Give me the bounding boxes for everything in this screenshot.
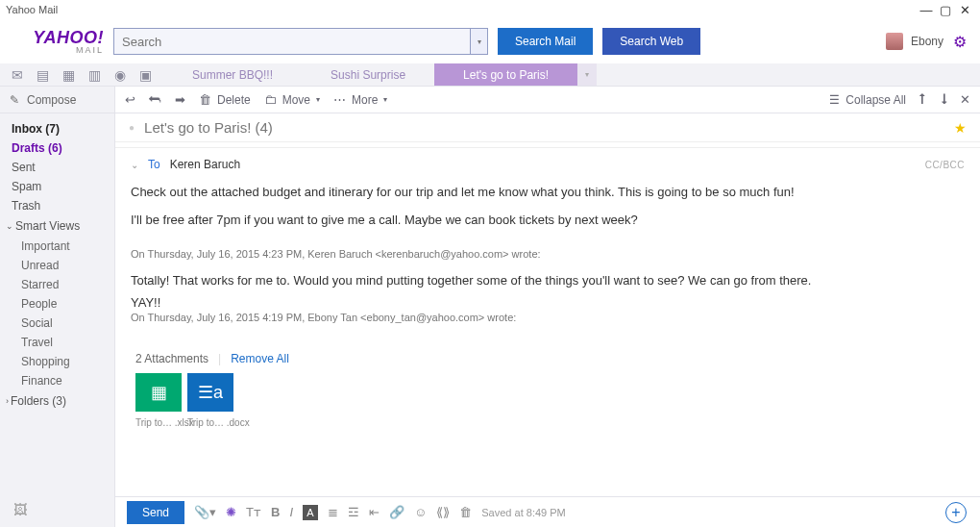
maximize-button[interactable]: ▢ xyxy=(936,3,955,17)
image-icon[interactable]: 🖼 xyxy=(13,502,27,517)
avatar xyxy=(886,33,903,50)
smartview-travel[interactable]: Travel xyxy=(0,333,114,352)
sidebar-item-spam[interactable]: Spam xyxy=(0,177,114,196)
smartview-starred[interactable]: Starred xyxy=(0,275,114,294)
user-name: Ebony xyxy=(911,35,943,48)
action-toolbar: ↩ ⮪ ➡ 🗑 Delete 🗀 Move ▾ ⋯ More ▾ ☰ Colla… xyxy=(115,87,980,113)
collapse-all-button[interactable]: ☰ Collapse All xyxy=(829,93,906,107)
delete-button[interactable]: 🗑 Delete xyxy=(199,92,251,107)
collapse-icon: ☰ xyxy=(829,93,840,107)
down-arrow-icon[interactable]: 🠗 xyxy=(938,92,950,107)
recipient-name[interactable]: Keren Baruch xyxy=(170,158,240,171)
indent-icon[interactable]: ⇤ xyxy=(369,505,380,519)
remove-all-attachments[interactable]: Remove All xyxy=(231,352,289,365)
close-button[interactable]: ✕ xyxy=(955,3,974,17)
toolbar-icons: ✉ ▤ ▦ ▥ ◉ ▣ xyxy=(0,63,163,86)
compose-toolbar: Send 📎▾ ✺ Tᴛ B I A ≣ ☲ ⇤ 🔗 ☺ ⟪⟫ 🗑 Saved … xyxy=(115,496,980,527)
thread-subject: Let's go to Paris! (4) xyxy=(144,119,273,136)
chevron-right-icon: › xyxy=(6,396,9,406)
add-button[interactable]: + xyxy=(945,502,967,523)
sidebar-item-trash[interactable]: Trash xyxy=(0,196,114,215)
smartview-important[interactable]: Important xyxy=(0,237,114,256)
sidebar-item-inbox[interactable]: Inbox (7) xyxy=(0,119,114,138)
sidebar-item-sent[interactable]: Sent xyxy=(0,158,114,177)
reply-all-icon[interactable]: ⮪ xyxy=(149,92,161,107)
smartview-unread[interactable]: Unread xyxy=(0,256,114,275)
body-line-2[interactable]: I'll be free after 7pm if you want to gi… xyxy=(131,211,965,231)
subject-bar: ● Let's go to Paris! (4) ★ xyxy=(115,113,980,142)
chevron-down-icon: ⌄ xyxy=(6,221,13,231)
smart-views-toggle[interactable]: ⌄ Smart Views xyxy=(0,215,114,237)
message-body: ⌄ To Keren Baruch CC/BCC Check out the a… xyxy=(115,148,980,496)
search-web-button[interactable]: Search Web xyxy=(602,28,700,55)
saved-status: Saved at 8:49 PM xyxy=(481,507,565,518)
quote-2-meta: On Thursday, July 16, 2015 4:19 PM, Ebon… xyxy=(131,312,965,323)
user-menu[interactable]: Ebony xyxy=(886,33,943,50)
smartview-shopping[interactable]: Shopping xyxy=(0,352,114,371)
compose-icon: ✎ xyxy=(10,93,19,107)
up-arrow-icon[interactable]: 🠕 xyxy=(916,92,928,107)
italic-icon[interactable]: I xyxy=(289,505,293,519)
feed-icon[interactable]: ◉ xyxy=(114,67,126,83)
folders-toggle[interactable]: › Folders (3) xyxy=(0,390,114,412)
attachments-section: 2 Attachments | Remove All ▦ Trip to… .x… xyxy=(131,352,965,428)
attachments-count: 2 Attachments xyxy=(135,352,208,365)
collapse-recipient-icon[interactable]: ⌄ xyxy=(131,160,138,170)
attachment-docx[interactable]: ☰a Trip to… .docx xyxy=(187,373,233,428)
header: YAHOO! MAIL ▾ Search Mail Search Web Ebo… xyxy=(0,19,980,63)
more-icon: ⋯ xyxy=(333,92,346,107)
body-line-1[interactable]: Check out the attached budget and itiner… xyxy=(131,183,965,203)
bold-icon[interactable]: B xyxy=(271,505,280,519)
quote-1-body: Totally! That works for me to. Would you… xyxy=(131,273,965,288)
smartview-social[interactable]: Social xyxy=(0,314,114,333)
more-button[interactable]: ⋯ More ▾ xyxy=(333,92,387,107)
calendar-icon[interactable]: ▦ xyxy=(62,67,75,83)
discard-icon[interactable]: 🗑 xyxy=(459,505,472,519)
window-titlebar: Yahoo Mail — ▢ ✕ xyxy=(0,0,980,19)
quote-1-yay: YAY!! xyxy=(131,295,965,310)
stationery-icon[interactable]: ✺ xyxy=(226,505,236,519)
document-icon: ☰a xyxy=(187,373,233,412)
tab-lets-go-to-paris[interactable]: Let's go to Paris! xyxy=(434,63,577,86)
compose-button[interactable]: ✎ Compose xyxy=(0,87,114,113)
move-button[interactable]: 🗀 Move ▾ xyxy=(264,92,320,107)
notes-icon[interactable]: ▥ xyxy=(88,67,101,83)
link-icon[interactable]: 🔗 xyxy=(389,505,404,519)
trash-icon: 🗑 xyxy=(199,92,211,107)
search-mail-button[interactable]: Search Mail xyxy=(498,28,593,55)
minimize-button[interactable]: — xyxy=(917,3,936,17)
emoji-icon[interactable]: ☺ xyxy=(414,505,427,519)
search-input[interactable] xyxy=(113,28,471,55)
tab-summer-bbq[interactable]: Summer BBQ!!! xyxy=(163,63,302,86)
sidebar-item-drafts[interactable]: Drafts (6) xyxy=(0,138,114,158)
tab-sushi-surprise[interactable]: Sushi Surprise xyxy=(302,63,434,86)
smartview-finance[interactable]: Finance xyxy=(0,371,114,390)
font-size-icon[interactable]: Tᴛ xyxy=(246,505,261,519)
search-dropdown[interactable]: ▾ xyxy=(471,28,488,55)
forward-icon[interactable]: ➡ xyxy=(175,92,185,107)
bullet-icon: ● xyxy=(129,122,135,133)
ccbcc-toggle[interactable]: CC/BCC xyxy=(925,160,965,170)
mail-icon[interactable]: ✉ xyxy=(12,67,23,83)
contacts-icon[interactable]: ▤ xyxy=(37,67,49,83)
window-title: Yahoo Mail xyxy=(6,4,58,15)
bulleted-list-icon[interactable]: ≣ xyxy=(328,505,338,519)
quote-icon[interactable]: ⟪⟫ xyxy=(436,505,450,519)
attach-icon[interactable]: 📎▾ xyxy=(194,505,216,519)
smartview-people[interactable]: People xyxy=(0,294,114,314)
star-icon[interactable]: ★ xyxy=(954,120,967,136)
yahoo-logo: YAHOO! MAIL xyxy=(13,28,104,55)
folder-icon: 🗀 xyxy=(264,92,277,107)
tab-overflow[interactable]: ▾ xyxy=(577,63,597,86)
send-button[interactable]: Send xyxy=(127,501,184,524)
reply-icon[interactable]: ↩ xyxy=(125,92,135,107)
quote-1-meta: On Thursday, July 16, 2015 4:23 PM, Kere… xyxy=(131,248,965,260)
numbered-list-icon[interactable]: ☲ xyxy=(348,505,359,519)
main-pane: ↩ ⮪ ➡ 🗑 Delete 🗀 Move ▾ ⋯ More ▾ ☰ Colla… xyxy=(115,87,980,527)
attachment-xlsx[interactable]: ▦ Trip to… .xlsx xyxy=(135,373,182,428)
app-icon[interactable]: ▣ xyxy=(139,67,152,83)
tabbar: ✉ ▤ ▦ ▥ ◉ ▣ Summer BBQ!!! Sushi Surprise… xyxy=(0,63,980,87)
close-message-icon[interactable]: ✕ xyxy=(960,92,970,107)
text-color-icon[interactable]: A xyxy=(303,505,318,520)
settings-gear-icon[interactable]: ⚙ xyxy=(953,33,967,51)
